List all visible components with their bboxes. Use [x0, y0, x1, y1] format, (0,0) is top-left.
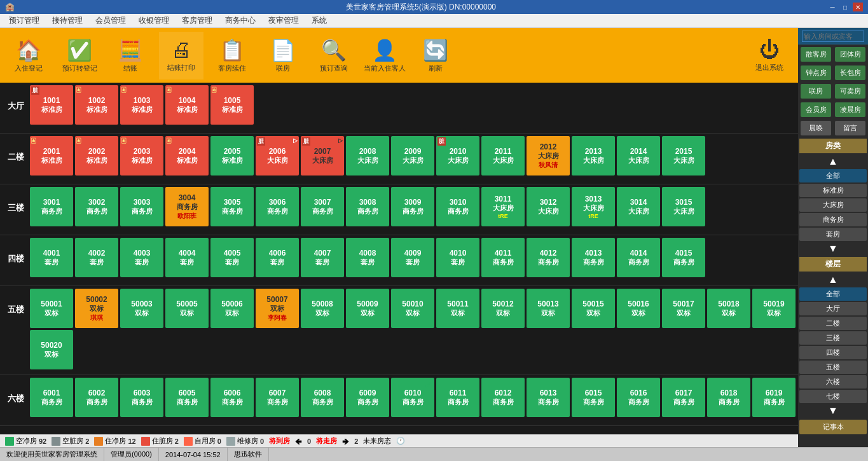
room-50020[interactable]: 50020 双标 [30, 330, 73, 369]
member-room-button[interactable]: 会员房 [801, 102, 831, 117]
room-type-up-button[interactable]: ▲ [798, 155, 868, 169]
floor-2[interactable]: 二楼 [799, 317, 867, 330]
room-50016[interactable]: 50016 双标 [617, 289, 660, 328]
floor-4[interactable]: 四楼 [799, 346, 867, 359]
room-50008[interactable]: 50008 双标 [301, 289, 344, 328]
room-4007[interactable]: 4007 套房 [301, 238, 344, 277]
room-6006[interactable]: 6006 商务房 [210, 378, 254, 417]
room-4006[interactable]: 4006 套房 [256, 238, 299, 277]
room-6018[interactable]: 6018 商务房 [707, 378, 750, 417]
room-2006[interactable]: 脏 ▷ 2006 大床房 [256, 136, 299, 175]
menu-cashier[interactable]: 收银管理 [132, 14, 176, 27]
room-1003[interactable]: 🀁 1003 标准房 [120, 85, 163, 125]
room-2004[interactable]: 🀁 2004 标准房 [165, 136, 209, 175]
room-6019[interactable]: 6019 商务房 [752, 378, 796, 417]
room-3002[interactable]: 3002 商务房 [75, 187, 118, 226]
floor-all[interactable]: 全部 [799, 287, 867, 301]
room-3008[interactable]: 3008 商务房 [346, 187, 389, 226]
linked-room-button[interactable]: 联房 [801, 84, 831, 99]
room-6015[interactable]: 6015 商务房 [572, 378, 615, 417]
room-50017[interactable]: 50017 双标 [662, 289, 705, 328]
room-type-down-button[interactable]: ▼ [798, 242, 868, 256]
room-type-bigbed[interactable]: 大床房 [799, 198, 867, 212]
room-4015[interactable]: 4015 商务房 [662, 238, 705, 277]
menu-room[interactable]: 客房管理 [176, 14, 219, 27]
room-4011[interactable]: 4011 商务房 [481, 238, 525, 277]
room-50011[interactable]: 50011 双标 [436, 289, 479, 328]
room-4010[interactable]: 4010 套房 [436, 238, 479, 277]
minimize-button[interactable]: ─ [827, 3, 837, 11]
query-button[interactable]: 🔍 预订查询 [312, 32, 356, 79]
room-3015[interactable]: 3015 大床房 [662, 187, 705, 226]
room-4001[interactable]: 4001 套房 [30, 238, 73, 277]
room-3005[interactable]: 3005 商务房 [210, 187, 254, 226]
room-50019[interactable]: 50019 双标 [752, 289, 796, 328]
room-2012[interactable]: 2012 大床房 秋风清 [527, 136, 570, 175]
menu-nightaudit[interactable]: 夜审管理 [262, 14, 305, 27]
room-search-input[interactable] [802, 31, 864, 42]
room-6005[interactable]: 6005 商务房 [165, 378, 209, 417]
room-3007[interactable]: 3007 商务房 [301, 187, 344, 226]
menu-business[interactable]: 商务中心 [219, 14, 262, 27]
room-2010[interactable]: 脏 2010 大床房 [436, 136, 479, 175]
menu-checkin[interactable]: 接待管理 [46, 14, 89, 27]
reservation-transfer-button[interactable]: ✅ 预订转登记 [57, 32, 102, 79]
room-3004[interactable]: 3004 商务房 欧阳班 [165, 187, 209, 226]
room-1004[interactable]: 🀁 1004 标准房 [165, 85, 209, 125]
room-50001[interactable]: 50001 双标 [30, 289, 73, 328]
floor-6[interactable]: 六楼 [799, 375, 867, 389]
room-50015[interactable]: 50015 双标 [572, 289, 615, 328]
room-6011[interactable]: 6011 商务房 [436, 378, 479, 417]
floor-lobby[interactable]: 大厅 [799, 302, 867, 315]
maximize-button[interactable]: □ [840, 3, 850, 11]
room-6012[interactable]: 6012 商务房 [481, 378, 525, 417]
room-6001[interactable]: 6001 商务房 [30, 378, 73, 417]
individual-room-button[interactable]: 散客房 [801, 47, 831, 62]
room-3012[interactable]: 3012 大床房 [527, 187, 570, 226]
group-room-button[interactable]: 团体房 [835, 47, 865, 62]
room-4004[interactable]: 4004 套房 [165, 238, 209, 277]
room-6008[interactable]: 6008 商务房 [301, 378, 344, 417]
room-2003[interactable]: 🀁 2003 标准房 [120, 136, 163, 175]
room-4009[interactable]: 4009 套房 [391, 238, 434, 277]
room-3006[interactable]: 3006 商务房 [256, 187, 299, 226]
room-50018[interactable]: 50018 双标 [707, 289, 750, 328]
room-2009[interactable]: 2009 大床房 [391, 136, 434, 175]
room-3001[interactable]: 3001 商务房 [30, 187, 73, 226]
room-2014[interactable]: 2014 大床房 [617, 136, 660, 175]
room-4008[interactable]: 4008 套房 [346, 238, 389, 277]
checkout-button[interactable]: 🧮 结账 [108, 32, 153, 79]
room-50005[interactable]: 50005 双标 [165, 289, 209, 328]
room-3009[interactable]: 3009 商务房 [391, 187, 434, 226]
longterm-room-button[interactable]: 长包房 [835, 65, 865, 80]
menu-member[interactable]: 会员管理 [89, 14, 132, 27]
room-6016[interactable]: 6016 商务房 [617, 378, 660, 417]
wakeup-button[interactable]: 晨唤 [801, 121, 831, 135]
room-2011[interactable]: 2011 大床房 [481, 136, 525, 175]
room-type-all[interactable]: 全部 [799, 169, 867, 182]
floor-7[interactable]: 七楼 [799, 390, 867, 403]
room-6010[interactable]: 6010 商务房 ✓ [391, 378, 434, 417]
notepad-button[interactable]: 记事本 [799, 420, 867, 434]
menu-system[interactable]: 系统 [305, 14, 333, 27]
room-3011[interactable]: 3011 大床房 tRE [481, 187, 525, 226]
room-50003[interactable]: 50003 双标 [120, 289, 163, 328]
room-type-business[interactable]: 商务房 [799, 213, 867, 226]
room-2013[interactable]: 2013 大床房 [572, 136, 615, 175]
room-3013[interactable]: 3013 大床房 tRE [572, 187, 615, 226]
room-3010[interactable]: 3010 商务房 [436, 187, 479, 226]
room-2001[interactable]: 🀁 2001 标准房 [30, 136, 73, 175]
room-2005[interactable]: 2005 标准房 [210, 136, 254, 175]
room-50010[interactable]: 50010 双标 [391, 289, 434, 328]
floor-up-button[interactable]: ▲ [798, 273, 868, 287]
room-6002[interactable]: 6002 商务房 [75, 378, 118, 417]
print-button[interactable]: 🖨 结账打印 [159, 32, 203, 79]
room-3003[interactable]: 3003 商务房 [120, 187, 163, 226]
room-3014[interactable]: 3014 大床房 [617, 187, 660, 226]
room-2015[interactable]: 2015 大床房 [662, 136, 705, 175]
room-2007[interactable]: 脏 ▷ 2007 大床房 [301, 136, 344, 175]
message-button[interactable]: 留言 [835, 121, 865, 135]
room-1001[interactable]: 脏 1001 标准房 [30, 85, 73, 125]
floor-down-button[interactable]: ▼ [798, 404, 868, 418]
room-4002[interactable]: 4002 套房 [75, 238, 118, 277]
